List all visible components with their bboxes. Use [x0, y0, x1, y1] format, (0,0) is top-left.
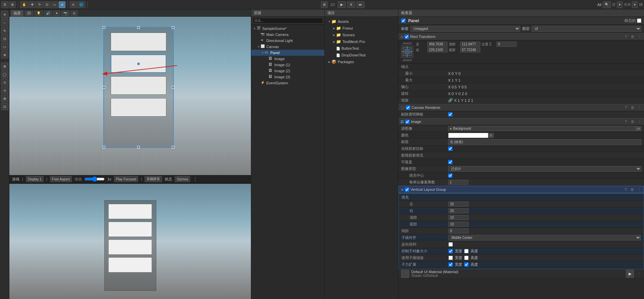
- vlg-right-input[interactable]: [448, 208, 469, 213]
- vlg-enable[interactable]: [405, 187, 409, 192]
- vlg-scale-width-checkbox[interactable]: [448, 256, 453, 260]
- image-header[interactable]: 🖼 Image ? ⚙ ⋮: [398, 118, 644, 125]
- stretch-icon-visual[interactable]: [401, 46, 413, 58]
- right-input[interactable]: [427, 47, 447, 52]
- top-input[interactable]: [460, 42, 480, 47]
- color-eyedropper-btn[interactable]: ⊙: [488, 133, 494, 138]
- snap-btn[interactable]: ⊞: [321, 1, 328, 8]
- img-more-icon[interactable]: ⋮: [637, 119, 642, 124]
- layout-dropdown[interactable]: ▾: [632, 1, 638, 8]
- global-btn[interactable]: 🌐: [77, 1, 85, 8]
- project-packages[interactable]: ▶ 📦 Packages: [326, 58, 397, 65]
- maskable-checkbox[interactable]: [448, 160, 452, 164]
- anchor-mr[interactable]: [172, 86, 174, 89]
- fill-center-checkbox[interactable]: [448, 173, 452, 178]
- tool-move[interactable]: ✥: [29, 1, 36, 8]
- canvas-image-4[interactable]: [111, 98, 166, 117]
- play-button[interactable]: ▶: [338, 1, 346, 8]
- scene-audio-btn[interactable]: 🔊: [44, 11, 52, 16]
- rect-transform-enable[interactable]: [405, 35, 409, 39]
- canvas-image-1[interactable]: [111, 33, 166, 51]
- project-freeui[interactable]: ▶ 📁 Freeui: [326, 25, 397, 32]
- vlg-top-input[interactable]: [448, 215, 469, 220]
- hierarchy-search[interactable]: [253, 18, 323, 24]
- tool-btn-scale2[interactable]: ⊡: [1, 35, 8, 42]
- vlg-child-align-dropdown[interactable]: Middle Center: [448, 235, 641, 241]
- aspect-dropdown[interactable]: Free Aspect: [50, 176, 72, 182]
- hierarchy-item-image3[interactable]: 🖼 Image (3): [251, 74, 324, 80]
- scene-cam-btn[interactable]: 📷: [61, 11, 69, 16]
- vlg-spacing-input[interactable]: [448, 228, 469, 233]
- tool-transform[interactable]: ⊕: [59, 1, 65, 8]
- anchor-bl[interactable]: [103, 146, 105, 148]
- posz-input[interactable]: [496, 42, 517, 47]
- project-buttontest[interactable]: 📄 ButtonTest: [326, 45, 397, 52]
- vlg-help-icon[interactable]: ?: [623, 187, 628, 192]
- tool-btn-collider[interactable]: ◯: [1, 71, 8, 78]
- tool-btn-snap[interactable]: ⊞: [1, 62, 8, 70]
- tool-scale[interactable]: ⊡: [44, 1, 50, 8]
- source-image-select-btn[interactable]: ⊙: [636, 126, 641, 131]
- rt-settings-icon[interactable]: ⚙: [630, 34, 635, 39]
- tool-btn-grid[interactable]: ⊞: [1, 95, 8, 102]
- hierarchy-item-canvas[interactable]: ▼ ⬜ Canvas: [251, 44, 324, 50]
- canvas-renderer-header[interactable]: ⬛ Canvas Renderer ? ⚙ ⋮: [398, 104, 644, 111]
- cr-help-icon[interactable]: ?: [623, 105, 629, 110]
- vlg-bottom-input[interactable]: [448, 222, 469, 227]
- project-dropdowntest[interactable]: 📄 DropDownTest: [326, 52, 397, 58]
- play-focused-btn[interactable]: Play Focused: [114, 176, 139, 182]
- project-scenes[interactable]: ▶ 📁 Scenes: [326, 32, 397, 38]
- scene-view[interactable]: 场景 2D 💡 🔊 ✦ 📷 ⊙: [9, 9, 251, 183]
- tool-btn-extra[interactable]: ⊡: [1, 103, 8, 110]
- step-button[interactable]: ⏭: [357, 1, 365, 8]
- mat-more-icon[interactable]: ⋮: [636, 271, 641, 276]
- anchor-br[interactable]: [172, 146, 174, 148]
- image-enable[interactable]: [405, 120, 410, 124]
- vlg-force-height-checkbox[interactable]: [464, 262, 469, 267]
- toolbar-icon-hamburger[interactable]: ☰: [1, 1, 8, 8]
- anchor-tr[interactable]: [172, 26, 174, 29]
- cr-more-icon[interactable]: ⋮: [637, 105, 642, 110]
- tool-btn-rotate2[interactable]: ↻: [1, 27, 8, 34]
- tool-btn-pivot2[interactable]: ⊙: [1, 79, 8, 86]
- toolbar-icon-layers[interactable]: ⊞: [9, 1, 16, 8]
- tool-hand[interactable]: ✋: [20, 1, 28, 8]
- source-image-field[interactable]: ● Background: [448, 126, 636, 131]
- raycast-target-checkbox[interactable]: [448, 146, 452, 151]
- component-active-checkbox[interactable]: [401, 18, 406, 23]
- layer-dropdown[interactable]: UI: [532, 26, 641, 32]
- anchor-tl[interactable]: [103, 26, 105, 29]
- hierarchy-item-image2[interactable]: 🖼 Image (2): [251, 68, 324, 74]
- scene-fx-btn[interactable]: ✦: [53, 11, 60, 16]
- audio-mute-btn[interactable]: 音频静音: [145, 176, 162, 182]
- bottom-input[interactable]: [460, 47, 480, 52]
- canvas-image-2[interactable]: [111, 54, 166, 73]
- vlg-control-height-checkbox[interactable]: [464, 249, 469, 253]
- tag-dropdown[interactable]: Untagged: [411, 26, 520, 32]
- color-swatch[interactable]: [448, 133, 488, 138]
- more-options-btn[interactable]: ⋮: [193, 176, 198, 182]
- material-play-btn[interactable]: ▶: [626, 270, 634, 278]
- pixels-per-unit-input[interactable]: [448, 180, 468, 185]
- img-settings-icon[interactable]: ⚙: [630, 119, 635, 124]
- vlg-left-input[interactable]: [448, 202, 469, 207]
- vlg-reverse-checkbox[interactable]: [448, 242, 453, 247]
- anchor-tm[interactable]: [137, 26, 140, 29]
- anchor-bm[interactable]: [137, 146, 140, 148]
- canvas-renderer-enable[interactable]: [406, 105, 410, 110]
- canvas-image-3[interactable]: [111, 76, 166, 95]
- vlg-settings-icon[interactable]: ⚙: [630, 187, 635, 192]
- vlg-force-width-checkbox[interactable]: [448, 262, 453, 267]
- tool-rect[interactable]: ▭: [51, 1, 58, 8]
- tool-btn-cursor[interactable]: ✛: [1, 11, 8, 18]
- hierarchy-item-panel[interactable]: ▼ ▭ Panel: [251, 50, 324, 56]
- cull-transparent-checkbox[interactable]: [448, 112, 452, 117]
- left-input[interactable]: [427, 42, 447, 47]
- scene-tab[interactable]: 场景: [11, 10, 23, 16]
- tool-rotate[interactable]: ↻: [36, 1, 43, 8]
- gizmos-btn[interactable]: Gizmos: [175, 176, 190, 182]
- scene-gizmos-btn[interactable]: ⊙: [71, 11, 77, 16]
- project-textmeshpro[interactable]: ▶ 📁 TextMesh Pro: [326, 38, 397, 45]
- tool-btn-move2[interactable]: ↔: [1, 19, 8, 26]
- hierarchy-item-directionallight[interactable]: ☀ Directional Light: [251, 38, 324, 44]
